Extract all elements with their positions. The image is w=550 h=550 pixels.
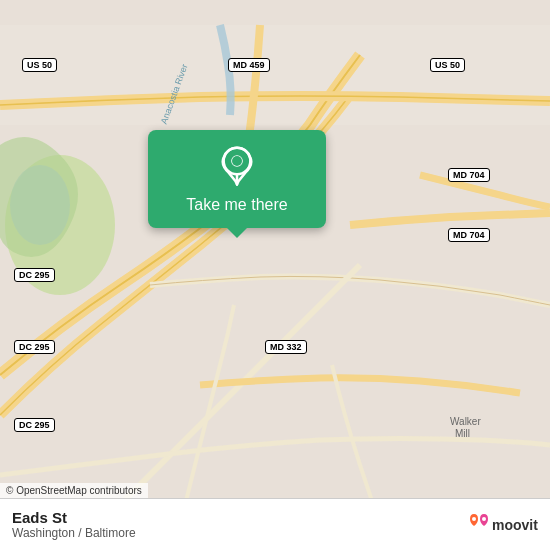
moovit-logo-svg: moovit — [468, 513, 538, 537]
location-info: Eads St Washington / Baltimore — [12, 509, 136, 540]
badge-dc295-1: DC 295 — [14, 268, 55, 282]
badge-us50-tr: US 50 — [430, 58, 465, 72]
svg-rect-3 — [0, 25, 550, 125]
location-name: Eads St — [12, 509, 136, 526]
map-container: Walker Mill Anacostia River US 50 US 50 … — [0, 0, 550, 550]
popup-icon-area — [148, 130, 326, 196]
svg-point-11 — [482, 517, 486, 521]
popup-label: Take me there — [178, 196, 295, 218]
popup-arrow — [227, 228, 247, 238]
svg-point-9 — [232, 156, 242, 166]
bottom-bar: Eads St Washington / Baltimore moovit — [0, 498, 550, 550]
svg-text:Mill: Mill — [455, 428, 470, 439]
moovit-logo: moovit — [468, 513, 538, 537]
svg-text:Walker: Walker — [450, 416, 481, 427]
svg-point-10 — [472, 517, 476, 521]
map-roads-svg: Walker Mill Anacostia River — [0, 0, 550, 550]
badge-us50-tl: US 50 — [22, 58, 57, 72]
badge-dc295-3: DC 295 — [14, 418, 55, 432]
svg-text:moovit: moovit — [492, 517, 538, 533]
location-pin-icon — [217, 146, 257, 186]
badge-md459: MD 459 — [228, 58, 270, 72]
badge-md704-2: MD 704 — [448, 228, 490, 242]
map-popup[interactable]: Take me there — [148, 130, 326, 228]
copyright-bar: © OpenStreetMap contributors — [0, 483, 148, 498]
badge-md704-1: MD 704 — [448, 168, 490, 182]
badge-dc295-2: DC 295 — [14, 340, 55, 354]
location-sub: Washington / Baltimore — [12, 526, 136, 540]
badge-md332: MD 332 — [265, 340, 307, 354]
